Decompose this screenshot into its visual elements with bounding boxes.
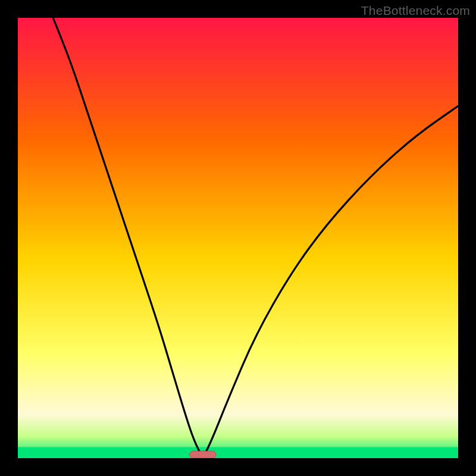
plot-area bbox=[18, 18, 458, 458]
green-baseline-band bbox=[18, 447, 458, 459]
bottleneck-chart bbox=[18, 18, 458, 458]
minimum-marker bbox=[190, 451, 216, 458]
watermark-text: TheBottleneck.com bbox=[361, 4, 470, 18]
gradient-background bbox=[18, 18, 458, 458]
outer-frame: TheBottleneck.com bbox=[0, 0, 476, 476]
